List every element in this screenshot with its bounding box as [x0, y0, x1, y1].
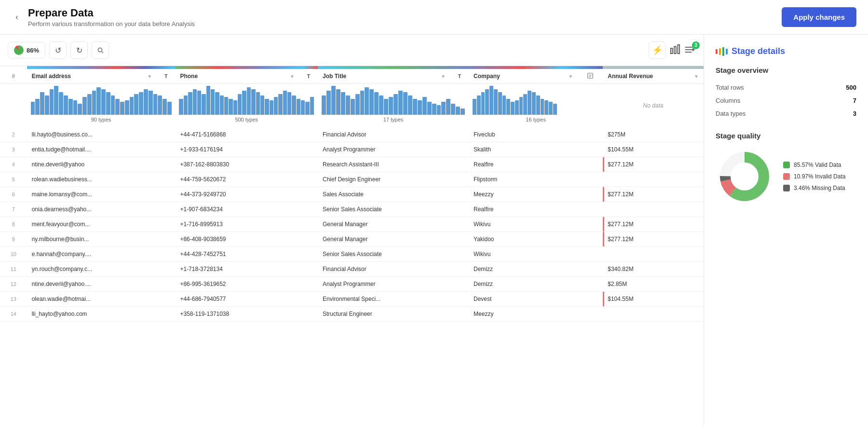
company-cell: Realfire	[469, 157, 578, 172]
phone-cell: +1-718-3728134	[175, 262, 299, 277]
stage-quality-title: Stage quality	[716, 132, 856, 140]
stages-badge: 3	[692, 41, 700, 49]
phone-cell: +1-716-8995913	[175, 217, 299, 232]
search-icon	[97, 46, 104, 54]
phone-header[interactable]: Phone ▼	[175, 69, 299, 84]
revenue-no-data: No data	[603, 84, 704, 128]
email-type-cell	[157, 292, 175, 307]
invalid-legend-item: 10.97% Invalid Data	[783, 173, 845, 180]
phone-type-cell	[299, 187, 318, 202]
company-cell: Skalith	[469, 142, 578, 157]
company-icon-cell	[578, 202, 603, 217]
data-table-wrap: # Email address ▼ T Phone ▼	[0, 66, 704, 322]
company-cell: Yakidoo	[469, 232, 578, 247]
company-cell: Wikivu	[469, 217, 578, 232]
redo-button[interactable]: ↻	[70, 41, 88, 59]
company-cell: Flipstorm	[469, 172, 578, 187]
phone-type-cell	[299, 232, 318, 247]
table-row: 14 lli_hayto@yahoo.com +358-119-1371038 …	[0, 307, 704, 322]
bar-chart-icon[interactable]	[670, 44, 680, 57]
row-number: 12	[0, 277, 27, 292]
quality-percent: 86%	[27, 47, 39, 54]
job-type-cell	[450, 142, 469, 157]
missing-legend-item: 3.46% Missing Data	[783, 185, 845, 191]
revenue-header[interactable]: Annual Revenue ▼	[603, 69, 704, 84]
phone-cell: +44-428-7452751	[175, 247, 299, 262]
overview-label: Columns	[716, 97, 740, 104]
company-header[interactable]: Company ▼	[469, 69, 578, 84]
email-cell: entia.tudge@hotmail....	[27, 142, 157, 157]
job-cell: Research Assistant-III	[318, 157, 450, 172]
job-type-cell	[450, 277, 469, 292]
apply-changes-button[interactable]: Apply changes	[782, 7, 856, 27]
company-icon-cell	[578, 292, 603, 307]
company-cell: Demizz	[469, 277, 578, 292]
company-icon-cell	[578, 157, 603, 172]
job-type-cell	[450, 217, 469, 232]
overview-row: Data types3	[716, 107, 856, 120]
email-type-cell	[157, 307, 175, 322]
lightning-button[interactable]: ⚡	[649, 41, 666, 59]
donut-chart	[716, 148, 773, 205]
stage-details-header: Stage details	[716, 46, 856, 56]
jobtitle-header[interactable]: Job Title ▼	[318, 69, 450, 84]
phone-type-cell	[299, 262, 318, 277]
overview-row: Total rows500	[716, 81, 856, 94]
missing-label: 3.46% Missing Data	[794, 185, 845, 191]
email-header[interactable]: Email address ▼	[27, 69, 157, 84]
table-row: 2 lli.hayto@business.co... +44-471-51668…	[0, 127, 704, 142]
svg-line-1	[102, 52, 103, 53]
revenue-cell: $277.12M	[603, 232, 704, 247]
page-title: Prepare Data	[28, 7, 195, 19]
job-type-cell	[450, 127, 469, 142]
email-cell: ment.feavyour@com...	[27, 217, 157, 232]
email-cell: ntine.deveril@yahoo	[27, 157, 157, 172]
phone-cell: +1-933-6176194	[175, 142, 299, 157]
table-row: 6 maine.lomansy@com... +44-373-9249720 S…	[0, 187, 704, 202]
back-button[interactable]: ‹	[12, 10, 22, 24]
row-number: 11	[0, 262, 27, 277]
revenue-cell: $340.82M	[603, 262, 704, 277]
valid-color-box	[783, 162, 790, 168]
svg-rect-4	[678, 44, 680, 53]
overview-value: 500	[846, 84, 856, 91]
phone-cell: +387-162-8803830	[175, 157, 299, 172]
quality-badge[interactable]: 86%	[8, 42, 45, 58]
search-button[interactable]	[92, 41, 109, 59]
email-type-cell	[157, 262, 175, 277]
email-type-cell	[157, 217, 175, 232]
undo-button[interactable]: ↺	[49, 41, 67, 59]
phone-type-cell	[299, 142, 318, 157]
job-cell: Environmental Speci...	[318, 292, 450, 307]
email-type-cell	[157, 172, 175, 187]
quality-legend: 85.57% Valid Data 10.97% Invalid Data 3.…	[783, 162, 845, 191]
overview-label: Total rows	[716, 84, 744, 91]
phone-type-cell	[299, 307, 318, 322]
stage-icon	[716, 47, 728, 56]
job-cell: Senior Sales Associate	[318, 247, 450, 262]
email-cell: lli.hayto@business.co...	[27, 127, 157, 142]
phone-type-cell	[299, 202, 318, 217]
row-number: 6	[0, 187, 27, 202]
page-subtitle: Perform various transformation on your d…	[28, 20, 195, 27]
table-body: 2 lli.hayto@business.co... +44-471-51668…	[0, 127, 704, 322]
job-cell: Financial Advisor	[318, 127, 450, 142]
stages-button[interactable]: 3	[684, 44, 696, 56]
email-type-cell	[157, 277, 175, 292]
row-number: 13	[0, 292, 27, 307]
table-row: 8 ment.feavyour@com... +1-716-8995913 Ge…	[0, 217, 704, 232]
job-type-header: T	[450, 69, 469, 84]
stage-overview-list: Total rows500Columns7Data types3	[716, 81, 856, 120]
email-type-header: T	[157, 69, 175, 84]
svg-rect-2	[671, 48, 673, 54]
revenue-cell: $104.55M	[603, 142, 704, 157]
job-cell: Structural Engineer	[318, 307, 450, 322]
svg-rect-3	[674, 46, 676, 54]
email-cell: onia.dearness@yaho...	[27, 202, 157, 217]
row-number: 9	[0, 232, 27, 247]
company-cell: Demizz	[469, 262, 578, 277]
email-histogram: 90 types	[27, 84, 176, 128]
company-icon-cell	[578, 247, 603, 262]
revenue-cell: $277.12M	[603, 157, 704, 172]
phone-type-cell	[299, 157, 318, 172]
